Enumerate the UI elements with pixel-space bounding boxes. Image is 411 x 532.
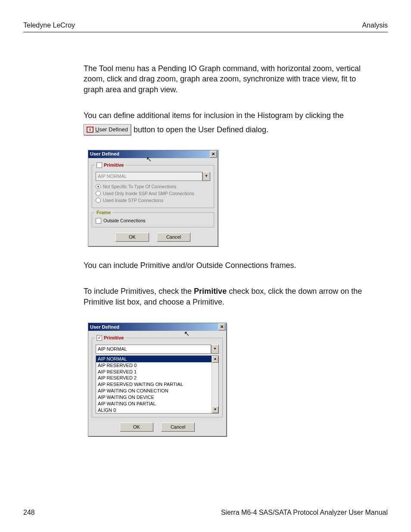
user-defined-label: User Defined — [95, 126, 128, 134]
page-number: 248 — [23, 509, 35, 516]
list-item[interactable]: AIP RESERVED 0 — [96, 362, 212, 369]
list-item[interactable]: AIP NORMAL — [96, 356, 212, 362]
primitive-legend-label: Primitive — [104, 162, 124, 168]
content: The Tool menu has a Pending IO Graph com… — [84, 63, 371, 436]
manual-title: Sierra M6-4 SAS/SATA Protocol Analyzer U… — [221, 509, 388, 516]
primitive-legend-label-2: Primitive — [104, 335, 124, 341]
scroll-track[interactable] — [212, 363, 218, 407]
frame-groupbox: Frame Outside Connections — [92, 212, 214, 227]
radio-label: Not Specific To Type Of Connections — [103, 184, 177, 190]
radio-icon — [96, 198, 101, 203]
list-item[interactable]: AIP RESERVED 2 — [96, 375, 212, 381]
list-item[interactable]: AIP WAITING ON PARTIAL — [96, 401, 212, 407]
dialog1-buttons: OK Cancel — [92, 231, 214, 243]
close-icon[interactable]: ✕ — [210, 151, 217, 158]
paragraph-2-tail: button to open the User Defined dialog. — [134, 124, 268, 135]
user-defined-dialog-1: User Defined ✕ ↖ Primitive AIP NORMAL ▼ — [88, 150, 218, 246]
list-item[interactable]: AIP WAITING ON CONNECTION — [96, 388, 212, 394]
dialog1-body: Primitive AIP NORMAL ▼ Not Specific To T… — [88, 158, 218, 246]
list-item[interactable]: AIP RESERVED 1 — [96, 369, 212, 375]
dialog1-title: User Defined — [90, 151, 119, 157]
header-left: Teledyne LeCroy — [23, 22, 75, 29]
primitive-combobox-2[interactable]: AIP NORMAL ▼ — [96, 345, 219, 354]
list-item[interactable]: AIP RESERVED WAITING ON PARTIAL — [96, 381, 212, 388]
primitive-checkbox-2[interactable] — [97, 335, 102, 341]
dialog2-buttons: OK Cancel — [92, 421, 223, 432]
dialog2-title: User Defined — [90, 324, 119, 330]
outside-connections-row[interactable]: Outside Connections — [96, 218, 210, 224]
primitive-legend-2: Primitive — [95, 335, 125, 341]
close-icon[interactable]: ✕ — [218, 324, 225, 330]
paragraph-3: You can include Primitive and/or Outside… — [84, 260, 371, 271]
ok-button[interactable]: OK — [115, 233, 149, 242]
primitive-combobox-input-2: AIP NORMAL — [96, 345, 211, 354]
scroll-down-icon[interactable]: ▼ — [212, 406, 218, 413]
radio-not-specific[interactable]: Not Specific To Type Of Connections — [96, 184, 210, 190]
primitive-dropdown-list[interactable]: AIP NORMAL AIP RESERVED 0 AIP RESERVED 1… — [96, 355, 219, 414]
cursor-icon: ↖ — [146, 155, 152, 164]
radio-ssp-smp[interactable]: Used Only Inside SSP And SMP Connections — [96, 190, 210, 196]
primitive-groupbox: Primitive AIP NORMAL ▼ Not Specific To T… — [92, 165, 214, 208]
list-item[interactable]: ALIGN 0 — [96, 407, 212, 414]
inline-button-line: x User Defined button to open the User D… — [84, 124, 371, 135]
primitive-combobox-input: AIP NORMAL — [96, 172, 202, 181]
chevron-down-icon[interactable]: ▼ — [202, 172, 210, 181]
cursor-icon: ↖ — [184, 329, 190, 339]
dropdown-items: AIP NORMAL AIP RESERVED 0 AIP RESERVED 1… — [96, 356, 212, 414]
primitive-groupbox-2: Primitive AIP NORMAL ▼ AIP NORMAL AIP RE… — [92, 338, 223, 417]
radio-label: Used Only Inside SSP And SMP Connections — [103, 190, 194, 196]
user-defined-icon: x — [87, 127, 93, 133]
radio-stp[interactable]: Used Inside STP Connections — [96, 197, 210, 203]
primitive-legend: Primitive — [95, 162, 125, 168]
p4-a: To include Primitives, check the — [84, 287, 194, 296]
primitive-checkbox[interactable] — [97, 162, 102, 168]
list-item[interactable]: AIP WAITING ON DEVICE — [96, 394, 212, 401]
page-header: Teledyne LeCroy Analysis — [23, 22, 388, 32]
dialog2-body: Primitive AIP NORMAL ▼ AIP NORMAL AIP RE… — [88, 331, 226, 436]
page: Teledyne LeCroy Analysis The Tool menu h… — [0, 0, 411, 532]
scroll-up-icon[interactable]: ▲ — [212, 356, 218, 363]
outside-connections-label: Outside Connections — [103, 218, 145, 224]
radio-label: Used Inside STP Connections — [103, 197, 163, 203]
cancel-button[interactable]: Cancel — [157, 233, 190, 242]
chevron-down-icon[interactable]: ▼ — [211, 345, 219, 354]
paragraph-2: You can define additional items for incl… — [84, 110, 371, 121]
p4-b: Primitive — [194, 287, 227, 296]
ok-button[interactable]: OK — [120, 423, 153, 432]
cancel-button[interactable]: Cancel — [161, 423, 195, 432]
dialog1-titlebar: User Defined ✕ — [88, 150, 218, 158]
page-footer: 248 Sierra M6-4 SAS/SATA Protocol Analyz… — [23, 509, 388, 516]
radio-icon — [96, 191, 101, 196]
radio-icon — [96, 184, 101, 189]
paragraph-4: To include Primitives, check the Primiti… — [84, 286, 371, 307]
paragraph-1: The Tool menu has a Pending IO Graph com… — [84, 63, 371, 95]
user-defined-dialog-2: User Defined ✕ ↖ Primitive AIP NORMAL ▼ — [88, 323, 227, 436]
dialog2-titlebar: User Defined ✕ — [88, 323, 226, 331]
user-defined-toolbar-button[interactable]: x User Defined — [84, 124, 131, 135]
header-right: Analysis — [362, 22, 388, 29]
scrollbar[interactable]: ▲ ▼ — [212, 356, 218, 414]
primitive-combobox[interactable]: AIP NORMAL ▼ — [96, 172, 210, 181]
outside-connections-checkbox[interactable] — [96, 218, 101, 224]
frame-legend: Frame — [95, 209, 112, 216]
